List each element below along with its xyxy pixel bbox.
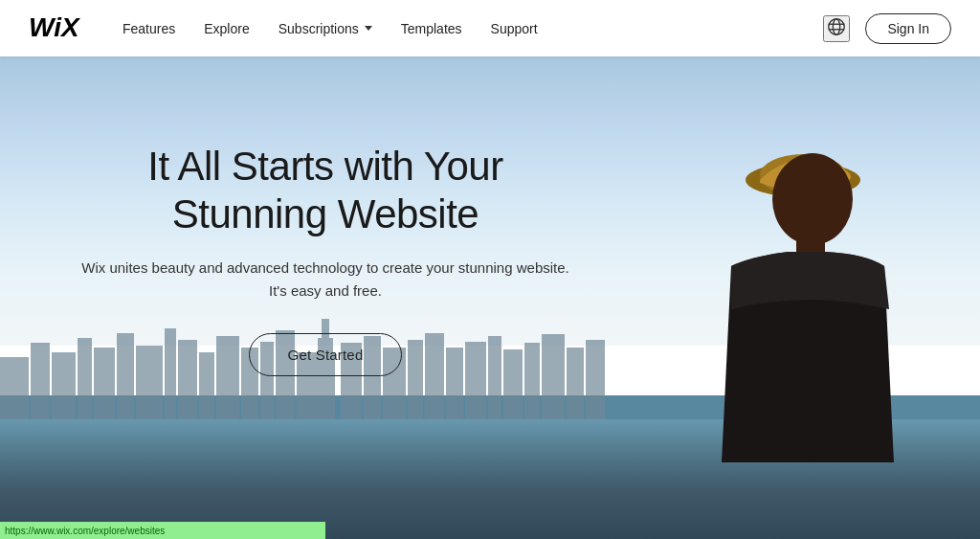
nav-item-subscriptions[interactable]: Subscriptions [278, 21, 372, 36]
nav-item-features[interactable]: Features [122, 21, 175, 36]
svg-point-39 [772, 153, 853, 245]
language-button[interactable] [823, 15, 850, 42]
hero-title: It All Starts with Your Stunning Website [77, 143, 574, 239]
status-bar: https://www.wix.com/explore/websites [0, 522, 325, 539]
hero-section: It All Starts with Your Stunning Website… [0, 56, 980, 539]
nav-item-support[interactable]: Support [491, 21, 538, 36]
chevron-down-icon [365, 26, 372, 31]
navbar-right: Sign In [823, 13, 951, 44]
sign-in-button[interactable]: Sign In [865, 13, 951, 44]
status-url: https://www.wix.com/explore/websites [5, 526, 165, 536]
svg-text:WiX: WiX [29, 13, 81, 40]
hero-subtitle: Wix unites beauty and advanced technolog… [77, 257, 574, 303]
get-started-button[interactable]: Get Started [249, 333, 403, 376]
nav-item-templates[interactable]: Templates [401, 21, 462, 36]
svg-point-2 [834, 19, 840, 35]
nav-menu: Features Explore Subscriptions Templates… [122, 21, 823, 36]
nav-item-explore[interactable]: Explore [204, 21, 249, 36]
hero-content: It All Starts with Your Stunning Website… [0, 143, 651, 376]
svg-point-1 [829, 19, 845, 35]
hero-person [655, 99, 923, 462]
wix-logo[interactable]: WiX [29, 13, 84, 44]
globe-icon [826, 16, 847, 40]
navbar: WiX Features Explore Subscriptions Templ… [0, 0, 980, 56]
